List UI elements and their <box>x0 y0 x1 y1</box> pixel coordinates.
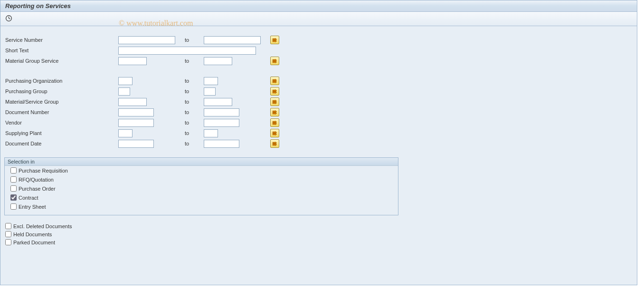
selection-in-label: Purchase Requisition <box>19 168 68 174</box>
to-label: to <box>180 37 204 43</box>
execute-icon[interactable] <box>5 15 12 23</box>
lower-checks: Excl. Deleted DocumentsHeld DocumentsPar… <box>4 222 633 246</box>
row-material-service-group: Material/Service Group to <box>4 97 633 107</box>
material-service-group-to[interactable] <box>204 98 232 106</box>
selection-in-label: RFQ/Quotation <box>19 177 54 183</box>
selection-in-checkbox-3[interactable] <box>10 194 17 201</box>
multi-select-supplying-plant[interactable] <box>270 129 279 137</box>
multi-select-material-group-service[interactable] <box>270 57 279 65</box>
vendor-to[interactable] <box>204 119 239 127</box>
material-group-service-from[interactable] <box>118 57 147 65</box>
selection-in-checkbox-1[interactable] <box>10 176 17 183</box>
label-material-group-service: Material Group Service <box>4 58 118 64</box>
label-short-text: Short Text <box>4 48 118 53</box>
label-purchasing-group: Purchasing Group <box>4 88 118 94</box>
row-service-number: Service Number to <box>4 35 633 45</box>
purchasing-group-to[interactable] <box>204 87 216 96</box>
row-vendor: Vendor to <box>4 117 633 128</box>
multi-select-material-service-group[interactable] <box>270 97 279 106</box>
label-supplying-plant: Supplying Plant <box>4 130 118 136</box>
lower-check-label: Held Documents <box>13 232 52 237</box>
document-date-from[interactable] <box>118 140 154 148</box>
document-date-to[interactable] <box>204 140 239 148</box>
label-material-service-group: Material/Service Group <box>4 99 118 105</box>
selection-in-item: Contract <box>5 193 398 202</box>
lower-check-0[interactable] <box>5 223 11 229</box>
selection-in-label: Contract <box>19 195 38 201</box>
label-vendor: Vendor <box>4 120 118 126</box>
lower-check-1[interactable] <box>5 231 11 237</box>
document-number-to[interactable] <box>204 108 239 116</box>
label-service-number: Service Number <box>4 37 118 43</box>
selection-in-checkbox-0[interactable] <box>10 167 17 174</box>
document-number-from[interactable] <box>118 108 154 116</box>
selection-in-item: Entry Sheet <box>5 202 398 211</box>
lower-check-row: Excl. Deleted Documents <box>5 222 633 230</box>
service-number-to[interactable] <box>204 36 261 44</box>
row-material-group-service: Material Group Service to <box>4 56 633 66</box>
selection-in-title: Selection in <box>5 158 398 166</box>
multi-select-vendor[interactable] <box>270 118 279 127</box>
lower-check-label: Parked Document <box>13 240 55 245</box>
selection-in-checkbox-2[interactable] <box>10 185 17 192</box>
multi-select-purchasing-organization[interactable] <box>270 77 279 85</box>
multi-select-document-date[interactable] <box>270 139 279 148</box>
row-supplying-plant: Supplying Plant to <box>4 128 633 138</box>
selection-in-label: Purchase Order <box>19 186 56 192</box>
row-document-number: Document Number to <box>4 107 633 117</box>
selection-in-item: Purchase Requisition <box>5 166 398 175</box>
material-service-group-from[interactable] <box>118 98 147 106</box>
short-text-input[interactable] <box>118 47 256 55</box>
vendor-from[interactable] <box>118 119 154 127</box>
svg-line-2 <box>9 19 10 19</box>
lower-check-row: Parked Document <box>5 238 633 246</box>
supplying-plant-from[interactable] <box>118 129 133 137</box>
multi-select-service-number[interactable] <box>270 36 279 44</box>
lower-check-row: Held Documents <box>5 230 633 238</box>
selection-in-label: Entry Sheet <box>19 204 46 210</box>
selection-in-item: RFQ/Quotation <box>5 175 398 184</box>
material-group-service-to[interactable] <box>204 57 232 65</box>
lower-check-2[interactable] <box>5 239 11 245</box>
lower-check-label: Excl. Deleted Documents <box>13 223 72 229</box>
title-bar: Reporting on Services <box>0 0 637 12</box>
label-purchasing-organization: Purchasing Organization <box>4 78 118 84</box>
purchasing-group-from[interactable] <box>118 87 130 96</box>
multi-select-document-number[interactable] <box>270 108 279 116</box>
row-short-text: Short Text <box>4 45 633 56</box>
multi-select-purchasing-group[interactable] <box>270 87 279 96</box>
page-title: Reporting on Services <box>5 2 71 10</box>
app-frame: Reporting on Services © www.tutorialkart… <box>0 0 637 285</box>
selection-in-group: Selection in Purchase RequisitionRFQ/Quo… <box>4 157 398 215</box>
supplying-plant-to[interactable] <box>204 129 218 137</box>
form-content: Service Number to Short Text Material Gr… <box>0 26 637 250</box>
purchasing-organization-from[interactable] <box>118 77 133 85</box>
row-purchasing-group: Purchasing Group to <box>4 86 633 97</box>
label-document-number: Document Number <box>4 109 118 115</box>
label-document-date: Document Date <box>4 141 118 146</box>
row-purchasing-organization: Purchasing Organization to <box>4 76 633 86</box>
row-document-date: Document Date to <box>4 138 633 149</box>
selection-in-item: Purchase Order <box>5 184 398 193</box>
selection-in-checkbox-4[interactable] <box>10 203 17 210</box>
purchasing-organization-to[interactable] <box>204 77 218 85</box>
service-number-from[interactable] <box>118 36 175 44</box>
toolbar <box>0 12 637 26</box>
